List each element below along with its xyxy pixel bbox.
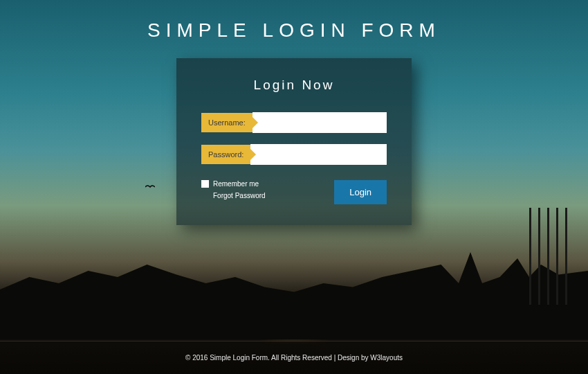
background-poles xyxy=(529,208,567,305)
password-input[interactable] xyxy=(250,144,387,165)
bird-icon xyxy=(145,180,155,186)
remember-label: Remember me xyxy=(213,180,259,188)
card-title: Login Now xyxy=(201,78,387,93)
username-label: Username: xyxy=(201,113,252,132)
remember-checkbox[interactable] xyxy=(201,180,209,188)
username-row: Username: xyxy=(201,112,387,133)
password-label: Password: xyxy=(201,145,250,164)
footer-text: © 2016 Simple Login Form. All Rights Res… xyxy=(185,354,403,362)
left-options: Remember me Forgot Password xyxy=(201,180,266,199)
forgot-password-link[interactable]: Forgot Password xyxy=(213,192,266,199)
footer: © 2016 Simple Login Form. All Rights Res… xyxy=(0,341,588,374)
landscape-silhouette xyxy=(0,215,588,339)
login-button[interactable]: Login xyxy=(334,180,387,204)
username-input[interactable] xyxy=(252,112,387,133)
password-row: Password: xyxy=(201,144,387,165)
page-title: SIMPLE LOGIN FORM xyxy=(0,0,588,42)
login-card: Login Now Username: Password: Remember m… xyxy=(176,58,412,225)
remember-row: Remember me xyxy=(201,180,266,188)
options-row: Remember me Forgot Password Login xyxy=(201,180,387,204)
